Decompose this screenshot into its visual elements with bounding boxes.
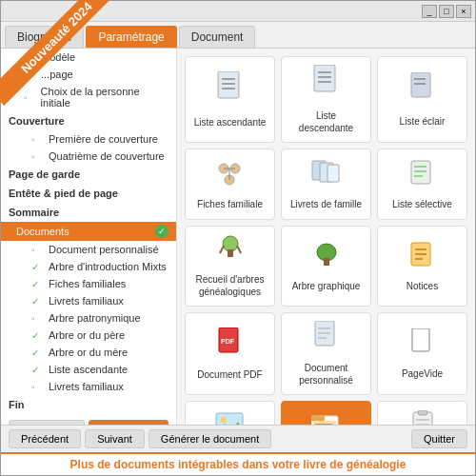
- sidebar-item-fiches[interactable]: ✓ Fiches familiales: [1, 275, 176, 292]
- maximize-button[interactable]: □: [439, 5, 454, 18]
- svg-rect-8: [411, 72, 430, 97]
- sidebar-item-choix-personne[interactable]: ▫ Choix de la personne initiale: [1, 83, 176, 111]
- sidebar-item-premiere[interactable]: ▫ Première de couverture: [1, 130, 176, 148]
- generer-button[interactable]: Générer le document: [149, 429, 271, 448]
- arbre-patro-icon: ▫: [31, 313, 45, 324]
- svg-rect-19: [411, 161, 430, 184]
- doc-liste-ascendante-label: Liste ascendante: [194, 116, 267, 129]
- arbre-intro-icon: ✓: [31, 262, 45, 272]
- liste-descendante-icon: [312, 65, 341, 106]
- livrets-icon: ✓: [31, 296, 45, 307]
- doc-liste-selective-label: Liste sélective: [392, 198, 452, 210]
- svg-rect-43: [311, 416, 325, 421]
- doc-liste-selective[interactable]: Liste sélective: [377, 149, 467, 220]
- doc-livrets-famille[interactable]: Livrets de famille: [281, 149, 371, 220]
- doc-notices-label: Notices: [407, 280, 438, 292]
- sidebar-item-quatrieme[interactable]: ▫ Quatrième de couverture: [1, 148, 176, 165]
- svg-rect-0: [218, 71, 239, 98]
- recueil-arbres-icon: [214, 234, 247, 269]
- sidebar-item-doc-personnalise[interactable]: ▫ Document personnalisé: [1, 241, 176, 258]
- page-icon: ▫: [24, 69, 37, 80]
- doc-liste-eclair[interactable]: Liste éclair: [377, 56, 467, 143]
- svg-rect-24: [228, 249, 233, 257]
- sidebar-section-entete: Entête & pied de page: [1, 184, 176, 203]
- document-pdf-icon: PDF: [217, 327, 244, 365]
- svg-rect-39: [412, 328, 429, 351]
- sidebar-item-documents[interactable]: Documents ✓: [1, 222, 176, 241]
- quitter-button[interactable]: Quitter: [411, 429, 467, 448]
- quatrieme-icon: ▫: [31, 151, 45, 162]
- sidebar-item-page[interactable]: ▫ ...page: [1, 66, 176, 83]
- sidebar-section-page-garde: Page de garde: [1, 165, 176, 184]
- sidebar-item-arbre-intro[interactable]: ✓ Arbre d'introduction Mixts: [1, 258, 176, 275]
- footer-text: Plus de documents intégrables dans votre…: [70, 458, 407, 471]
- minimize-button[interactable]: _: [422, 5, 437, 18]
- doc-fiches-familiale-label: Fiches familiale: [197, 198, 263, 210]
- doc-presse-papiers[interactable]: Presse-papiers: [377, 401, 467, 425]
- active-indicator: ✓: [155, 225, 169, 238]
- sidebar-item-arbre-or-pere[interactable]: ✓ Arbre or du père: [1, 327, 176, 344]
- svg-point-41: [221, 417, 227, 423]
- sidebar-section-fin: Fin: [1, 395, 176, 414]
- precedent-button[interactable]: Précédent: [9, 429, 81, 448]
- sidebar-item-arbre-or-mere[interactable]: ✓ Arbre or du mère: [1, 344, 176, 361]
- tab-parametrage[interactable]: Paramétrage: [86, 26, 176, 48]
- doc-documents-active[interactable]: Documents: [281, 401, 371, 425]
- tab-document[interactable]: Document: [179, 26, 256, 48]
- doc-document-personnalise[interactable]: Documentpersonnalisé: [281, 312, 371, 395]
- image-icon: [215, 412, 246, 426]
- svg-text:PDF: PDF: [221, 338, 235, 345]
- doc-grid: Liste ascendante Listedescendante Liste …: [185, 56, 467, 425]
- tab-bar: Biographie Paramétrage Document: [1, 22, 475, 49]
- doc-liste-descendante-label: Listedescendante: [299, 109, 353, 134]
- doc-document-personnalise-label: Documentpersonnalisé: [299, 362, 353, 387]
- doc-liste-eclair-label: Liste éclair: [400, 115, 446, 128]
- sidebar-item-arbre-patro[interactable]: ▫ Arbre patronymique: [1, 309, 176, 327]
- doc-fiches-familiale[interactable]: Fiches familiale: [185, 149, 275, 220]
- liste-ascendante-icon: [216, 71, 245, 112]
- doc-liste-descendante[interactable]: Listedescendante: [281, 56, 371, 143]
- sidebar-item-liste-ascendante[interactable]: ✓ Liste ascendante: [1, 361, 176, 378]
- page-vide-icon: [410, 328, 435, 364]
- sidebar-section-couverture: Couverture: [1, 111, 176, 130]
- doc-page-vide[interactable]: PageVide: [377, 312, 467, 395]
- title-bar: _ □ ×: [1, 1, 475, 22]
- close-button[interactable]: ×: [456, 5, 471, 18]
- document-personnalise-icon: [313, 321, 340, 358]
- doc-recueil-arbres[interactable]: Recueil d'arbresgénéalogiques: [185, 226, 275, 307]
- sidebar-item-livrets2[interactable]: ▫ Livrets familiaux: [1, 378, 176, 395]
- sidebar-item-modele[interactable]: ▫ Modèle: [1, 49, 176, 66]
- fiches-icon: ✓: [31, 279, 45, 289]
- svg-point-23: [223, 236, 238, 251]
- arbre-graphique-icon: [310, 241, 343, 276]
- main-window: Nouveauté 2024 _ □ × Biographie Paramétr…: [0, 0, 476, 476]
- arbre-or-pere-icon: ✓: [31, 330, 45, 341]
- sidebar: ▫ Modèle ▫ ...page ▫ Choix de la personn…: [1, 49, 177, 425]
- svg-line-26: [237, 246, 241, 253]
- choix-icon: ▫: [24, 92, 37, 103]
- doc-recueil-label: Recueil d'arbresgénéalogiques: [196, 273, 265, 298]
- doc-liste-ascendante[interactable]: Liste ascendante: [185, 56, 275, 143]
- fiches-familiale-icon: [214, 159, 247, 194]
- arbre-or-mere-icon: ✓: [31, 347, 45, 358]
- livrets2-icon: ▫: [31, 382, 45, 392]
- suivant-button[interactable]: Suivant: [85, 429, 145, 448]
- svg-rect-4: [314, 65, 335, 91]
- liste-selective-icon: [409, 159, 436, 194]
- doc-notices[interactable]: Notices: [377, 226, 467, 307]
- svg-rect-18: [327, 165, 339, 182]
- doc-document-pdf[interactable]: PDF Document PDF: [185, 312, 275, 395]
- notices-icon: [409, 241, 436, 276]
- tab-biographie[interactable]: Biographie: [5, 26, 84, 48]
- modele-icon: ▫: [24, 52, 37, 63]
- sidebar-item-livrets[interactable]: ✓ Livrets familiaux: [1, 292, 176, 309]
- main-content: ▫ Modèle ▫ ...page ▫ Choix de la personn…: [1, 49, 475, 425]
- svg-rect-28: [324, 258, 329, 266]
- svg-rect-46: [418, 410, 427, 415]
- doc-image[interactable]: Image: [185, 401, 275, 425]
- content-area: Liste ascendante Listedescendante Liste …: [177, 49, 475, 425]
- nav-bar: Précédent Suivant Générer le document Qu…: [1, 425, 475, 452]
- svg-line-25: [220, 246, 224, 253]
- documents-active-icon: [311, 412, 342, 426]
- doc-arbre-graphique[interactable]: Arbre graphique: [281, 226, 371, 307]
